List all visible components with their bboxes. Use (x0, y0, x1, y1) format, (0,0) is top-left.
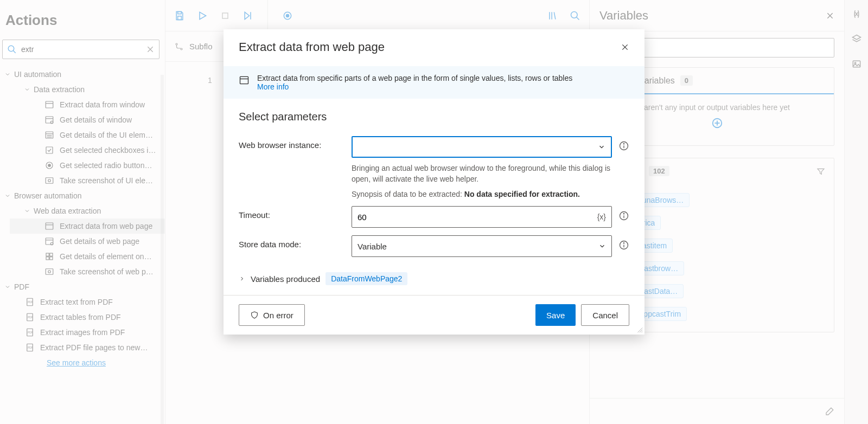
info-icon[interactable] (618, 210, 629, 221)
label-timeout: Timeout: (239, 206, 352, 220)
variables-produced-row[interactable]: Variables produced DataFromWebPage2 (239, 265, 629, 290)
modal-overlay: Extract data from web page Extract data … (0, 0, 868, 424)
row-timeout: Timeout: {x} (239, 206, 629, 228)
modal-footer: On error Save Cancel (224, 295, 644, 335)
shield-icon (250, 311, 259, 319)
variable-insert-icon[interactable]: {x} (597, 213, 606, 221)
chevron-right-icon (239, 275, 245, 282)
synopsis-line: Synopsis of data to be extracted: No dat… (352, 190, 612, 198)
info-icon[interactable] (618, 140, 629, 151)
timeout-input-wrap[interactable]: {x} (352, 206, 612, 228)
timeout-input[interactable] (358, 213, 597, 222)
window-icon (239, 75, 250, 86)
on-error-button[interactable]: On error (239, 304, 305, 326)
svg-point-75 (623, 243, 624, 243)
more-info-link[interactable]: More info (257, 82, 289, 91)
cancel-button[interactable]: Cancel (581, 304, 629, 326)
section-heading: Select parameters (239, 111, 629, 123)
chevron-down-icon (598, 242, 606, 250)
web-browser-select[interactable] (352, 136, 612, 158)
modal-title: Extract data from web page (239, 40, 385, 54)
label-store-mode: Store data mode: (239, 235, 352, 249)
resize-grip-icon[interactable] (636, 326, 643, 333)
row-web-browser: Web browser instance: Bringing an actual… (239, 136, 629, 198)
modal-close-icon[interactable] (621, 43, 629, 52)
info-icon[interactable] (618, 240, 629, 250)
store-mode-select[interactable]: Variable (352, 235, 612, 257)
produced-variable-chip[interactable]: DataFromWebPage2 (326, 272, 407, 285)
help-text: Bringing an actual web browser window to… (352, 163, 612, 184)
svg-point-69 (623, 144, 624, 144)
label-web-browser: Web browser instance: (239, 136, 352, 150)
save-button[interactable]: Save (535, 304, 576, 326)
svg-rect-65 (240, 76, 248, 83)
modal-header: Extract data from web page (224, 29, 644, 66)
extract-data-modal: Extract data from web page Extract data … (224, 29, 644, 335)
modal-info-banner: Extract data from specific parts of a we… (224, 66, 644, 99)
row-store-mode: Store data mode: Variable (239, 235, 629, 257)
app-root: Actions UI automation (0, 0, 868, 424)
modal-body: Select parameters Web browser instance: … (224, 99, 644, 295)
svg-line-78 (642, 332, 643, 333)
chevron-down-icon (598, 143, 605, 151)
svg-point-72 (623, 214, 624, 214)
